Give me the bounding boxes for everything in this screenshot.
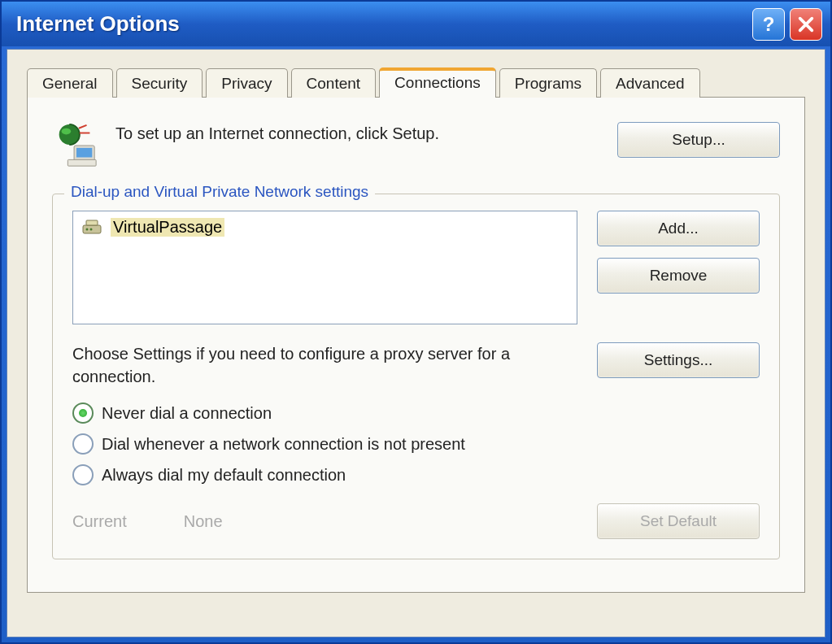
internet-options-window: Internet Options ? General Security Priv… xyxy=(0,0,832,644)
modem-icon xyxy=(81,219,104,237)
list-item[interactable]: VirtualPassage xyxy=(78,216,572,238)
tab-content[interactable]: Content xyxy=(291,68,377,98)
window-title: Internet Options xyxy=(16,11,752,37)
radio-always-dial[interactable]: Always dial my default connection xyxy=(72,464,760,485)
tab-advanced[interactable]: Advanced xyxy=(600,68,700,98)
settings-button[interactable]: Settings... xyxy=(597,342,760,378)
help-icon: ? xyxy=(763,13,775,36)
remove-button[interactable]: Remove xyxy=(597,258,760,294)
connection-name: VirtualPassage xyxy=(111,218,224,237)
client-area: General Security Privacy Content Connect… xyxy=(7,49,825,637)
radio-icon-unchecked xyxy=(72,464,94,485)
dial-options: Never dial a connection Dial whenever a … xyxy=(72,402,760,485)
title-buttons: ? xyxy=(752,8,822,41)
tab-connections[interactable]: Connections xyxy=(379,67,496,97)
tab-strip: General Security Privacy Content Connect… xyxy=(27,67,805,97)
svg-line-5 xyxy=(79,125,87,128)
tab-security[interactable]: Security xyxy=(116,68,203,98)
radio-dial-when-absent[interactable]: Dial whenever a network connection is no… xyxy=(72,433,760,455)
svg-point-9 xyxy=(90,228,93,230)
svg-rect-10 xyxy=(86,220,98,225)
connections-panel: To set up an Internet connection, click … xyxy=(27,97,805,593)
set-default-button: Set Default xyxy=(597,503,760,539)
dialup-legend: Dial-up and Virtual Private Network sett… xyxy=(64,183,375,201)
add-button[interactable]: Add... xyxy=(597,211,760,246)
current-default-row: Current None Set Default xyxy=(72,503,760,539)
svg-rect-3 xyxy=(76,148,92,158)
radio-never-dial[interactable]: Never dial a connection xyxy=(72,402,760,424)
help-button[interactable]: ? xyxy=(752,8,785,41)
tab-programs[interactable]: Programs xyxy=(499,68,597,98)
tab-privacy[interactable]: Privacy xyxy=(206,68,287,98)
radio-label: Never dial a connection xyxy=(102,404,272,423)
proxy-row: Choose Settings if you need to configure… xyxy=(72,342,760,388)
radio-label: Always dial my default connection xyxy=(102,466,346,485)
setup-button[interactable]: Setup... xyxy=(617,122,780,158)
connections-row: VirtualPassage Add... Remove xyxy=(72,211,760,324)
connections-listbox[interactable]: VirtualPassage xyxy=(72,211,577,324)
internet-setup-icon xyxy=(52,122,99,169)
svg-point-8 xyxy=(86,228,89,230)
close-button[interactable] xyxy=(790,8,822,41)
svg-point-1 xyxy=(62,128,72,135)
titlebar: Internet Options ? xyxy=(2,2,830,46)
current-label: Current xyxy=(72,512,127,531)
setup-row: To set up an Internet connection, click … xyxy=(52,122,780,169)
proxy-text: Choose Settings if you need to configure… xyxy=(72,342,577,388)
tab-general[interactable]: General xyxy=(27,68,113,98)
current-value: None xyxy=(184,512,223,531)
radio-label: Dial whenever a network connection is no… xyxy=(102,435,465,454)
radio-icon-unchecked xyxy=(72,433,94,455)
dialup-groupbox: Dial-up and Virtual Private Network sett… xyxy=(52,194,780,559)
svg-rect-4 xyxy=(68,159,96,166)
setup-text: To set up an Internet connection, click … xyxy=(115,122,601,145)
radio-icon-checked xyxy=(72,402,94,424)
close-icon xyxy=(797,15,815,33)
